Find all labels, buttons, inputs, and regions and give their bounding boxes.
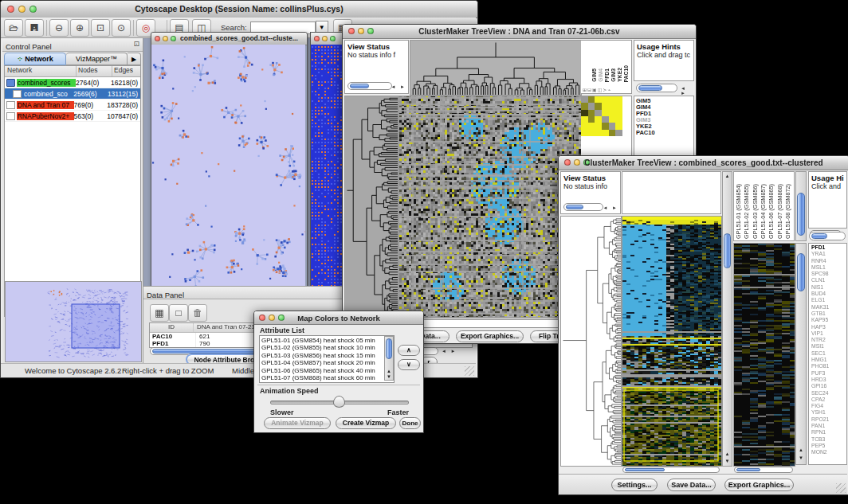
gene-label[interactable]: VIP1 [811,330,846,337]
gene-label[interactable]: CLN1 [811,277,846,283]
attribute-item[interactable]: GPL51-01 (GSM854) heat shock 05 min [261,337,392,344]
view-status-scrollbar[interactable] [347,82,392,90]
scroll-up-icon[interactable]: ▲ [796,447,806,452]
treeview1-row-dendrogram[interactable] [344,96,398,318]
attribute-item[interactable]: GPL51-06 (GSM865) heat shock 40 min [261,367,392,374]
gene-label[interactable]: HRD3 [811,377,846,383]
column-label[interactable]: GPL51-07 (GSM868) [776,184,783,239]
treeview1-heatmap[interactable] [398,96,582,318]
network-row[interactable]: combined_sco2569(6)13112(15) [5,88,140,100]
gene-label[interactable]: SEC1 [811,350,846,357]
gene-label[interactable]: BUD4 [811,291,846,297]
attribute-item[interactable]: GPL51-07 (GSM868) heat shock 60 min [261,374,392,381]
done-button[interactable]: Done [399,417,421,429]
gene-label[interactable]: CPA2 [811,397,846,403]
id-column-header[interactable]: ID [150,323,194,332]
gene-label[interactable]: YSH1 [811,409,846,416]
gene-label[interactable]: GPI16 [811,383,846,389]
treeview1-matrix-toolbar[interactable]: ⊞⊟▣◫≻⌁ [583,87,611,92]
create-vizmap-button[interactable]: Create Vizmap [336,417,396,429]
scroll-down-icon[interactable]: ▼ [385,374,393,379]
gene-label[interactable]: MSI1 [811,343,846,350]
close-button[interactable] [155,36,160,41]
column-label[interactable]: GPL51-02 (GSM855) [743,184,750,239]
resize-grip[interactable] [836,483,846,493]
gene-label[interactable]: TCB3 [811,436,846,443]
scroll-left-right-icons[interactable]: ◄ ► [603,205,618,210]
column-label[interactable]: GPL51-04 (GSM857) [760,184,767,239]
treeview2-column-dendrogram[interactable] [622,171,721,214]
attribute-item[interactable]: GPL51-04 (GSM857) heat shock 20 min [261,359,392,366]
settings-button[interactable]: Settings... [611,479,658,491]
save-data-button[interactable]: Save Data... [667,479,716,491]
export-graphics-button[interactable]: Export Graphics... [456,330,524,342]
matrix-column-label[interactable]: PFD1 [604,68,610,82]
col-header-nodes[interactable]: Nodes [77,66,112,76]
gene-label[interactable]: PEP5 [811,443,846,449]
minimize-button[interactable] [322,36,328,41]
gene-label[interactable]: ELG1 [811,297,846,303]
gene-label[interactable]: HAP3 [811,324,846,330]
more-tabs-arrow-icon[interactable]: ▶ [128,53,141,65]
gene-label[interactable]: KAP95 [811,317,846,323]
usage-hints-scrollbar[interactable] [636,84,677,92]
gene-label[interactable]: FIG4 [811,403,846,409]
gene-label[interactable]: NTR2 [811,337,846,343]
gene-label[interactable]: MON2 [811,449,846,455]
gene-label[interactable]: RNR4 [811,258,846,264]
gene-label[interactable]: MSL1 [811,264,846,271]
column-label[interactable]: GPL51-03 (GSM856) [752,184,759,239]
close-button[interactable] [314,36,320,41]
matrix-column-label[interactable]: GIM5 [591,68,597,82]
gene-label[interactable]: PUF3 [811,370,846,377]
zoom-window-button[interactable] [330,36,336,41]
treeview2-heatmap[interactable] [622,216,722,467]
zoom-window-button[interactable] [171,36,176,41]
column-label[interactable]: GPL51-06 (GSM865) [768,184,775,239]
attribute-item[interactable]: GPL51-03 (GSM856) heat shock 15 min [261,352,392,359]
delete-attribute-icon[interactable]: 🗑 [188,304,207,322]
cytoscape-titlebar[interactable]: Cytoscape Desktop (Session Name: collins… [1,1,477,18]
matrix-column-label[interactable]: GIM4 [598,68,603,82]
attribute-table-icon[interactable]: ▦ [150,304,169,322]
summary-hscrollbar[interactable] [734,467,793,473]
network-row[interactable]: RNAPuberNov2+563(0)107847(0) [5,111,140,122]
speed-slider-thumb[interactable] [333,396,345,408]
scroll-up-icon[interactable]: ▲ [385,369,393,373]
column-label[interactable]: GPL51-01 (GSM854) [735,184,742,239]
gene-label[interactable]: SEC24 [811,390,846,397]
gene-label[interactable]: RPN1 [811,429,846,436]
animate-vizmap-button[interactable]: Animate Vizmap [264,417,331,429]
treeview2-row-dendrogram[interactable] [560,216,622,467]
new-attribute-icon[interactable]: □ [169,304,188,322]
scroll-down-icon[interactable]: ▼ [796,455,806,460]
matrix-column-label[interactable]: YKE2 [617,68,622,82]
gene-label[interactable]: NIS1 [811,284,846,291]
dialog-titlebar[interactable]: Map Colors to Network [254,311,423,325]
tab-vizmapper[interactable]: VizMapper™ [66,53,128,65]
gene-label[interactable]: HMG1 [811,357,846,363]
zoom-out-icon[interactable]: ⊖ [49,19,69,37]
zoom-fit-icon[interactable]: ⊙ [112,19,131,37]
treeview2-top-right-vscrollbar[interactable] [795,171,807,241]
treeview1-column-dendrogram[interactable] [410,40,582,96]
move-up-button[interactable]: ∧ [398,345,420,356]
gene-label[interactable]: PFD1 [811,244,846,251]
network-view-2-canvas[interactable] [311,45,344,287]
scroll-left-right-icons[interactable]: ◄ ► [391,84,406,89]
zoom-in-icon[interactable]: ⊕ [70,19,89,37]
gene-label[interactable]: SPC98 [811,271,846,277]
attribute-item[interactable]: GPL51-02 (GSM855) heat shock 10 min [261,344,392,351]
network-overview-thumbnail[interactable] [5,281,142,362]
attribute-listbox[interactable]: GPL51-01 (GSM854) heat shock 05 minGPL51… [259,335,395,383]
col-header-edges[interactable]: Edges [112,66,140,76]
resize-grip[interactable] [465,366,474,376]
matrix-row-label[interactable]: PAC10 [636,130,693,136]
scroll-left-right-icons[interactable]: ◄ ► [681,86,696,96]
column-label[interactable]: GPL51-08 (GSM872) [784,184,791,239]
network-view-titlebar[interactable]: combined_scores_good.txt--cluste... [151,33,307,45]
matrix-column-label[interactable]: PAC10 [623,65,629,82]
treeview2-titlebar[interactable]: ClusterMaker TreeView : combined_scores_… [559,156,848,170]
gene-list-hscrollbar[interactable] [809,232,846,240]
scroll-up-icon[interactable]: ▲ [723,174,732,178]
